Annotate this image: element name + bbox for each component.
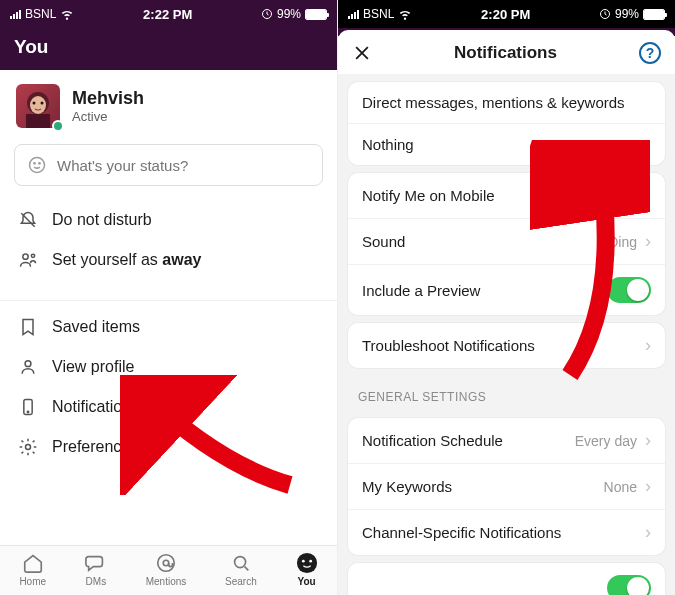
group-troubleshoot: Troubleshoot Notifications › (348, 323, 665, 368)
status-bar-left: BSNL 2:22 PM 99% (0, 0, 337, 28)
mobile-icon (18, 397, 38, 417)
tab-mentions[interactable]: Mentions (146, 552, 187, 587)
page-title: You (0, 28, 337, 70)
menu-label-prefix: Set yourself as (52, 251, 162, 268)
svg-point-14 (26, 445, 31, 450)
profile-name: Mehvish (72, 88, 144, 109)
tab-you[interactable]: You (296, 552, 318, 587)
row-direct-messages[interactable]: Direct messages, mentions & keywords (348, 82, 665, 123)
profile-row[interactable]: Mehvish Active (0, 70, 337, 138)
row-keywords[interactable]: My Keywords None› (348, 463, 665, 509)
svg-point-17 (234, 557, 245, 568)
row-schedule[interactable]: Notification Schedule Every day› (348, 418, 665, 463)
status-input[interactable]: What's your status? (14, 144, 323, 186)
battery-icon (643, 9, 665, 20)
menu-item-notifications[interactable]: Notifications (0, 387, 337, 427)
menu-item-profile[interactable]: View profile (0, 347, 337, 387)
svg-point-10 (31, 254, 34, 257)
status-placeholder: What's your status? (57, 157, 188, 174)
you-icon (296, 552, 318, 574)
battery-pct: 99% (277, 7, 301, 21)
tab-home[interactable]: Home (19, 552, 46, 587)
settings-scroll[interactable]: Direct messages, mentions & keywords Not… (338, 74, 675, 595)
svg-rect-3 (26, 114, 50, 128)
tab-search[interactable]: Search (225, 552, 257, 587)
help-icon[interactable]: ? (639, 42, 661, 64)
home-icon (22, 552, 44, 574)
svg-point-4 (33, 102, 36, 105)
menu-item-away[interactable]: Set yourself as away (0, 240, 337, 280)
svg-point-19 (301, 560, 304, 563)
menu-label: View profile (52, 358, 134, 376)
svg-point-2 (30, 96, 46, 114)
row-notify-mobile[interactable]: Notify Me on Mobile As soon as I'm…› (348, 173, 665, 218)
carrier-label: BSNL (363, 7, 394, 21)
svg-point-9 (23, 254, 28, 259)
person-icon (18, 357, 38, 377)
row-cutoff (348, 563, 665, 595)
notifications-header: Notifications ? (338, 30, 675, 74)
row-troubleshoot[interactable]: Troubleshoot Notifications › (348, 323, 665, 368)
gear-icon (18, 437, 38, 457)
row-sound[interactable]: Sound Ding› (348, 218, 665, 264)
menu-item-saved[interactable]: Saved items (0, 307, 337, 347)
mentions-icon (155, 552, 177, 574)
signal-icon (10, 9, 21, 19)
wifi-icon (398, 7, 412, 21)
chevron-right-icon: › (645, 476, 651, 497)
menu-item-preferences[interactable]: Preferences (0, 427, 337, 467)
dms-icon (85, 552, 107, 574)
bookmark-icon (18, 317, 38, 337)
notifications-title: Notifications (454, 43, 557, 63)
menu-label-bold: away (162, 251, 201, 268)
group-cutoff (348, 563, 665, 595)
group-mobile-settings: Notify Me on Mobile As soon as I'm…› Sou… (348, 173, 665, 315)
signal-icon (348, 9, 359, 19)
menu-label: Preferences (52, 438, 138, 456)
menu-label: Saved items (52, 318, 140, 336)
row-preview: Include a Preview (348, 264, 665, 315)
away-icon (18, 250, 38, 270)
dnd-icon (18, 210, 38, 230)
close-icon[interactable] (352, 43, 372, 63)
chevron-right-icon: › (645, 430, 651, 451)
orientation-lock-icon (599, 8, 611, 20)
menu-label: Do not disturb (52, 211, 152, 229)
svg-point-20 (309, 560, 312, 563)
chevron-right-icon: › (645, 185, 651, 206)
menu-item-dnd[interactable]: Do not disturb (0, 200, 337, 240)
phone-left-you-screen: BSNL 2:22 PM 99% You Mehvish Active What… (0, 0, 338, 595)
row-nothing[interactable]: Nothing (348, 123, 665, 165)
svg-point-5 (41, 102, 44, 105)
chevron-right-icon: › (645, 522, 651, 543)
svg-point-13 (27, 411, 28, 412)
avatar (16, 84, 60, 128)
section-title-general: GENERAL SETTINGS (338, 376, 675, 410)
svg-point-18 (296, 553, 316, 573)
group-alert-types: Direct messages, mentions & keywords Not… (348, 82, 665, 165)
phone-right-notifications-screen: BSNL 2:20 PM 99% Notifications ? Direct … (338, 0, 675, 595)
time-label: 2:20 PM (481, 7, 530, 22)
tab-dms[interactable]: DMs (85, 552, 107, 587)
bottom-tab-bar: Home DMs Mentions Search You (0, 545, 337, 595)
search-icon (230, 552, 252, 574)
row-channel-specific[interactable]: Channel-Specific Notifications › (348, 509, 665, 555)
battery-pct: 99% (615, 7, 639, 21)
smiley-icon (27, 155, 47, 175)
cutoff-toggle[interactable] (607, 575, 651, 595)
chevron-right-icon: › (645, 335, 651, 356)
menu-label: Notifications (52, 398, 139, 416)
battery-icon (305, 9, 327, 20)
chevron-right-icon: › (645, 231, 651, 252)
wifi-icon (60, 7, 74, 21)
profile-presence-label: Active (72, 109, 144, 124)
carrier-label: BSNL (25, 7, 56, 21)
svg-point-7 (34, 163, 35, 164)
group-general: Notification Schedule Every day› My Keyw… (348, 418, 665, 555)
time-label: 2:22 PM (143, 7, 192, 22)
svg-point-8 (39, 163, 40, 164)
svg-point-6 (30, 158, 45, 173)
status-bar-right: BSNL 2:20 PM 99% (338, 0, 675, 28)
preview-toggle[interactable] (607, 277, 651, 303)
presence-dot-icon (52, 120, 64, 132)
